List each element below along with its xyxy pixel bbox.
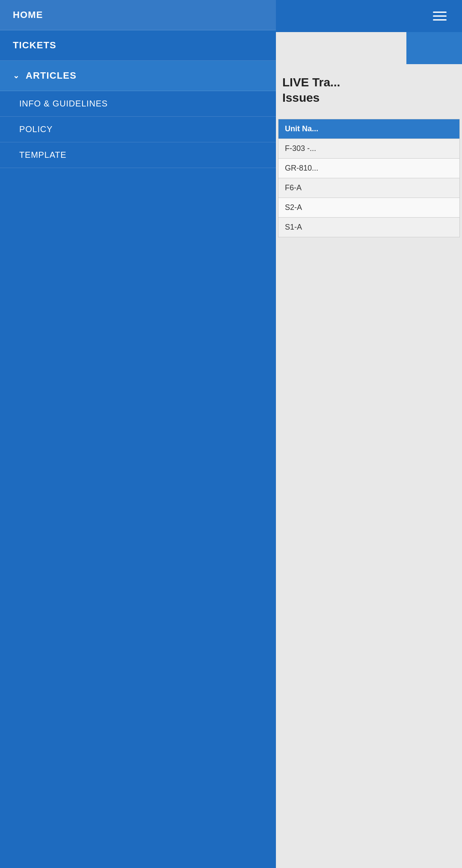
- table-row[interactable]: S1-A: [278, 217, 459, 237]
- unit-name-cell: S2-A: [285, 203, 302, 212]
- template-label: TEMPLATE: [19, 150, 67, 160]
- table-header: Unit Na...: [278, 119, 459, 139]
- unit-name-cell: S1-A: [285, 223, 302, 231]
- sidebar-item-home[interactable]: HOME: [0, 0, 276, 30]
- page-title: LIVE Tra... Issues: [282, 75, 456, 106]
- table-row[interactable]: F-303 -...: [278, 139, 459, 158]
- sidebar-item-policy[interactable]: POLICY: [0, 117, 276, 142]
- info-guidelines-label: INFO & GUIDELINES: [19, 99, 108, 109]
- sidebar-item-tickets[interactable]: TICKETS: [0, 30, 276, 61]
- data-table: Unit Na... F-303 -... GR-810... F6-A S2-…: [278, 119, 460, 237]
- page-title-line1: LIVE Tra...: [282, 76, 340, 89]
- hamburger-line-2: [433, 15, 447, 17]
- page-title-line2: Issues: [282, 91, 320, 104]
- sidebar-item-template[interactable]: TEMPLATE: [0, 142, 276, 168]
- unit-name-cell: GR-810...: [285, 164, 318, 172]
- sidebar-item-info-guidelines[interactable]: INFO & GUIDELINES: [0, 91, 276, 117]
- tickets-label: TICKETS: [13, 40, 56, 51]
- table-row[interactable]: S2-A: [278, 198, 459, 217]
- articles-label: ARTICLES: [26, 70, 77, 81]
- accent-box: [406, 32, 462, 64]
- policy-label: POLICY: [19, 124, 53, 134]
- top-bar: [276, 0, 462, 32]
- chevron-down-icon: ⌄: [13, 71, 20, 80]
- content-area: LIVE Tra... Issues Unit Na... F-303 -...…: [276, 0, 462, 868]
- table-column-unit-name: Unit Na...: [285, 124, 318, 133]
- hamburger-line-3: [433, 19, 447, 21]
- unit-name-cell: F-303 -...: [285, 144, 316, 153]
- page-title-area: LIVE Tra... Issues: [276, 66, 462, 112]
- home-label: HOME: [13, 9, 43, 21]
- unit-name-cell: F6-A: [285, 183, 302, 192]
- hamburger-line-1: [433, 12, 447, 13]
- hamburger-button[interactable]: [426, 2, 453, 30]
- table-row[interactable]: GR-810...: [278, 158, 459, 178]
- table-row[interactable]: F6-A: [278, 178, 459, 198]
- sidebar: HOME TICKETS ⌄ ARTICLES INFO & GUIDELINE…: [0, 0, 276, 868]
- sidebar-item-articles[interactable]: ⌄ ARTICLES: [0, 61, 276, 91]
